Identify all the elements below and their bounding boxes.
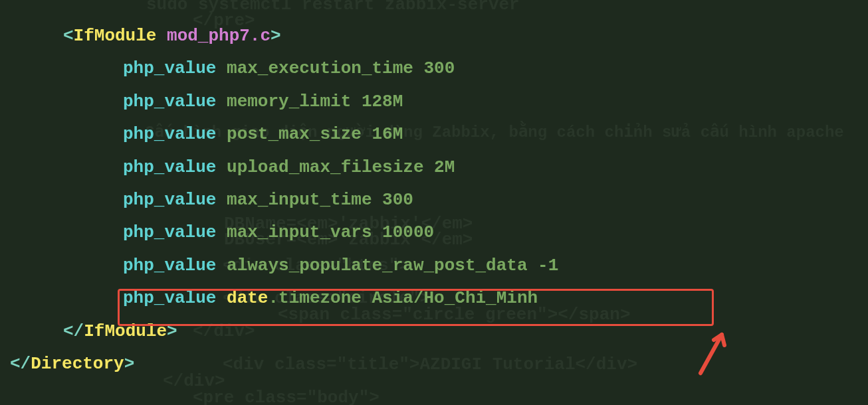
code-block: <IfModule mod_php7.c> php_value max_exec… [10, 20, 858, 380]
directive: php_value [123, 58, 216, 78]
space [156, 26, 167, 46]
bracket: > [271, 26, 281, 46]
directive: php_value [123, 157, 216, 177]
tag-name: IfModule [84, 321, 167, 341]
php-value-line: php_value upload_max_filesize 2M [10, 151, 858, 184]
directive: php_value [123, 124, 216, 144]
directive: php_value [123, 256, 216, 276]
directive: php_value [123, 222, 216, 242]
param-value: max_input_vars 10000 [227, 222, 434, 242]
bracket: > [124, 354, 135, 374]
bracket: </ [63, 321, 84, 341]
bg-text: <pre class="body"> [193, 388, 380, 405]
param-value: max_input_time 300 [227, 190, 413, 210]
bracket: < [63, 26, 74, 46]
directive: php_value [123, 92, 216, 112]
php-value-timezone-line: php_value date.timezone Asia/Ho_Chi_Minh [10, 282, 858, 315]
tag-name: IfModule [74, 26, 157, 46]
php-value-line: php_value max_execution_time 300 [10, 52, 858, 85]
directive: php_value [123, 288, 216, 308]
php-value-line: php_value post_max_size 16M [10, 118, 858, 151]
param-value: post_max_size 16M [227, 124, 403, 144]
tag-name: Directory [31, 354, 124, 374]
param-value: max_execution_time 300 [227, 58, 455, 78]
directory-close-tag: </Directory> [10, 348, 858, 380]
php-value-line: php_value memory_limit 128M [10, 86, 858, 118]
directive: php_value [123, 190, 216, 210]
ifmodule-open-tag: <IfModule mod_php7.c> [10, 20, 858, 52]
php-value-line: php_value max_input_time 300 [10, 184, 858, 216]
param-value: memory_limit 128M [227, 92, 403, 112]
timezone-value: .timezone Asia/Ho_Chi_Minh [268, 288, 538, 308]
php-value-line: php_value always_populate_raw_post_data … [10, 250, 858, 282]
date-key: date [227, 288, 268, 308]
module-name: mod_php7.c [167, 26, 271, 46]
bracket: </ [10, 354, 31, 374]
param-value: always_populate_raw_post_data -1 [227, 256, 558, 276]
bracket: > [167, 321, 177, 341]
php-value-line: php_value max_input_vars 10000 [10, 216, 858, 249]
ifmodule-close-tag: </IfModule> [10, 315, 858, 348]
param-value: upload_max_filesize 2M [227, 157, 455, 177]
